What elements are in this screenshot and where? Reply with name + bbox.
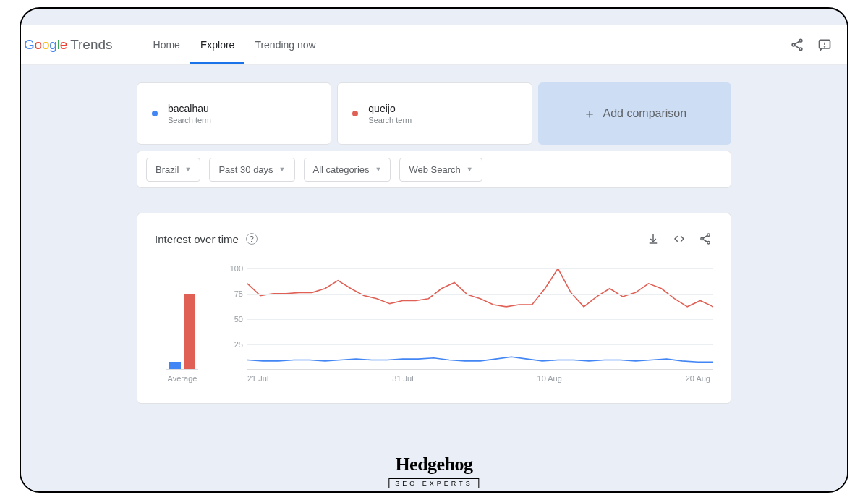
gridline (247, 344, 713, 345)
average-column: Average (155, 268, 210, 383)
filter-bar: Brazil ▼ Past 30 days ▼ All categories ▼… (137, 151, 731, 188)
svg-point-8 (707, 242, 710, 244)
chart-actions (645, 231, 713, 247)
plus-icon: ＋ (583, 105, 596, 122)
y-tick-label: 75 (221, 289, 243, 298)
svg-point-6 (707, 234, 710, 236)
term-color-dot (152, 111, 158, 116)
svg-point-2 (799, 48, 802, 51)
svg-point-5 (825, 46, 825, 47)
watermark: Hedgehog SEO EXPERTS (388, 454, 479, 488)
google-wordmark: Google (24, 37, 67, 53)
gridline (247, 294, 713, 295)
compare-row: bacalhau Search term queijo Search term … (137, 82, 731, 145)
watermark-brand: Hedgehog (388, 454, 479, 475)
term-name: queijo (368, 103, 412, 114)
x-axis-labels: 21 Jul31 Jul10 Aug20 Aug (247, 374, 713, 383)
x-tick-label: 20 Aug (686, 374, 710, 383)
chart-title: Interest over time (155, 233, 239, 245)
chart-header: Interest over time ? (155, 231, 713, 247)
term-color-dot (352, 111, 358, 116)
filter-category[interactable]: All categories ▼ (304, 158, 391, 182)
add-comparison-label: Add comparison (603, 107, 687, 120)
nav-tab-home[interactable]: Home (143, 25, 190, 64)
help-icon[interactable]: ? (246, 233, 258, 245)
average-label: Average (168, 374, 197, 383)
filter-region[interactable]: Brazil ▼ (146, 158, 200, 182)
page-content: bacalhau Search term queijo Search term … (21, 65, 847, 404)
svg-point-0 (799, 39, 802, 42)
x-tick-label: 10 Aug (537, 374, 562, 383)
top-navbar: Google Trends Home Explore Trending now (21, 25, 847, 65)
average-bars (166, 268, 198, 370)
term-name: bacalhau (168, 103, 211, 114)
x-tick-label: 21 Jul (247, 374, 268, 383)
filter-category-label: All categories (313, 164, 370, 175)
filter-search-type-label: Web Search (409, 164, 460, 175)
x-tick-label: 31 Jul (392, 374, 413, 383)
average-bar (184, 294, 195, 369)
product-name: Trends (70, 37, 112, 53)
app-viewport: Google Trends Home Explore Trending now (21, 25, 847, 491)
nav-tab-trending-now[interactable]: Trending now (244, 25, 326, 64)
average-bar (169, 362, 181, 369)
y-tick-label: 100 (221, 264, 243, 273)
watermark-tagline: SEO EXPERTS (388, 478, 479, 488)
add-comparison-button[interactable]: ＋ Add comparison (538, 82, 731, 145)
interest-over-time-card: Interest over time ? (137, 213, 731, 404)
embed-icon[interactable] (671, 231, 687, 247)
gridline (247, 319, 713, 320)
filter-time[interactable]: Past 30 days ▼ (209, 158, 294, 182)
chevron-down-icon: ▼ (279, 166, 286, 173)
series-line (247, 357, 713, 362)
svg-point-1 (792, 43, 795, 46)
term-card-2[interactable]: queijo Search term (337, 82, 532, 145)
line-plot: 255075100 21 Jul31 Jul10 Aug20 Aug (218, 268, 713, 383)
download-icon[interactable] (645, 231, 661, 247)
nav-tabs: Home Explore Trending now (143, 25, 326, 64)
share-icon[interactable] (697, 231, 713, 247)
y-tick-label: 50 (221, 315, 243, 323)
filter-time-label: Past 30 days (218, 164, 273, 175)
svg-point-7 (701, 237, 703, 240)
device-frame: Google Trends Home Explore Trending now (20, 7, 848, 493)
y-tick-label: 25 (221, 340, 243, 349)
chart-body: Average 255075100 21 Jul31 Jul10 Aug20 A… (155, 268, 713, 383)
gridline (247, 268, 713, 269)
chevron-down-icon: ▼ (185, 166, 192, 173)
chevron-down-icon: ▼ (375, 166, 382, 173)
term-type: Search term (168, 116, 211, 124)
product-logo[interactable]: Google Trends (21, 37, 113, 53)
series-line (247, 268, 713, 307)
filter-region-label: Brazil (156, 164, 179, 175)
term-type: Search term (368, 116, 412, 124)
filter-search-type[interactable]: Web Search ▼ (399, 158, 482, 182)
term-card-1[interactable]: bacalhau Search term (137, 82, 331, 145)
feedback-icon[interactable] (811, 31, 838, 59)
nav-tab-explore[interactable]: Explore (190, 25, 244, 64)
chevron-down-icon: ▼ (467, 166, 473, 173)
share-icon[interactable] (783, 31, 811, 59)
